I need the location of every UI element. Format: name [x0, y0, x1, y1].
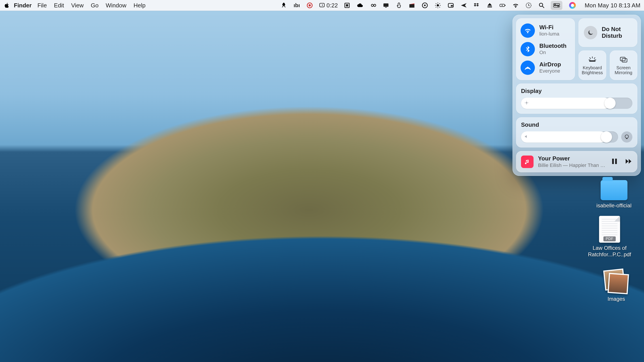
bluetooth-icon: [520, 42, 535, 56]
menu-help[interactable]: Help: [134, 2, 145, 9]
svg-rect-28: [554, 5, 560, 7]
display-icon[interactable]: [382, 1, 390, 9]
cloud-icon[interactable]: [356, 1, 364, 9]
speaker-icon: [524, 134, 529, 140]
svg-rect-36: [589, 60, 596, 62]
app-menus: File Edit View Go Window Help: [37, 2, 145, 9]
ibi-icon[interactable]: ıbı: [293, 1, 300, 9]
bluetooth-toggle[interactable]: Bluetooth On: [520, 41, 570, 57]
image-stack-icon: [604, 270, 628, 294]
screen-mirroring-icon: [619, 55, 628, 64]
desktop-folder-isabelle[interactable]: isabelle-official: [596, 180, 632, 209]
touch-icon[interactable]: [395, 1, 403, 9]
search-icon[interactable]: [538, 1, 546, 9]
folder-label: isabelle-official: [596, 202, 632, 209]
images-label: Images: [608, 296, 625, 302]
infinity-icon[interactable]: [369, 1, 377, 9]
control-center-panel: Wi-Fi lion-luma Bluetooth On AirDrop Eve…: [512, 15, 641, 176]
rocket-icon[interactable]: [280, 1, 288, 9]
pdf-label: Law Offices of Ratchfor...P.C..pdf: [585, 245, 634, 258]
svg-line-17: [436, 7, 436, 7]
timer-menu[interactable]: 0:22: [319, 2, 338, 9]
keyboard-brightness-icon: [588, 55, 597, 64]
pause-button[interactable]: [610, 157, 618, 166]
keyboard-brightness-label: Keyboard Brightness: [580, 65, 605, 75]
svg-rect-37: [620, 57, 625, 61]
sound-title: Sound: [521, 121, 632, 128]
clock-icon[interactable]: [525, 1, 532, 9]
desktop-images-stack[interactable]: Images: [604, 270, 628, 302]
wifi-icon[interactable]: [512, 1, 520, 9]
wifi-toggle[interactable]: Wi-Fi lion-luma: [520, 22, 570, 39]
svg-rect-38: [622, 58, 627, 62]
svg-point-29: [558, 6, 558, 7]
menu-view[interactable]: View: [71, 2, 84, 9]
display-slider[interactable]: [521, 98, 632, 109]
folder-icon: [600, 180, 628, 200]
pdf-icon: PDF: [599, 216, 620, 243]
airplay-audio-button[interactable]: [621, 131, 632, 143]
timer-value: 0:22: [326, 2, 338, 9]
now-playing-card[interactable]: Your Power Billie Eilish — Happier Than …: [516, 151, 637, 172]
svg-point-27: [554, 4, 556, 5]
sync-icon[interactable]: [306, 1, 314, 9]
svg-rect-26: [554, 3, 560, 5]
sound-card: Sound: [516, 117, 637, 147]
app-name[interactable]: Finder: [14, 2, 32, 9]
do-not-disturb-toggle[interactable]: Do Not Disturb: [578, 18, 637, 47]
airdrop-subtitle: Everyone: [539, 68, 561, 74]
desktop-pdf-file[interactable]: PDF Law Offices of Ratchfor...P.C..pdf: [585, 216, 634, 258]
pdf-tag: PDF: [604, 236, 616, 241]
sidecar-icon[interactable]: [343, 1, 351, 9]
svg-line-18: [439, 3, 440, 4]
connectivity-card: Wi-Fi lion-luma Bluetooth On AirDrop Eve…: [516, 18, 575, 80]
airdrop-toggle[interactable]: AirDrop Everyone: [520, 59, 570, 76]
siri-icon[interactable]: [569, 2, 576, 9]
song-subtitle: Billie Eilish — Happier Than Ever: [538, 162, 606, 168]
sound-slider[interactable]: [521, 131, 618, 143]
svg-rect-5: [383, 3, 388, 7]
menu-go[interactable]: Go: [91, 2, 98, 9]
record-icon[interactable]: [421, 1, 429, 9]
menu-window[interactable]: Window: [106, 2, 126, 9]
small-tiles: Keyboard Brightness Screen Mirroring: [578, 50, 637, 80]
svg-line-32: [590, 58, 590, 58]
control-center-toggle[interactable]: [551, 1, 562, 10]
eject-icon[interactable]: [486, 1, 494, 9]
svg-rect-6: [385, 7, 387, 8]
menu-edit[interactable]: Edit: [54, 2, 64, 9]
bluetooth-title: Bluetooth: [539, 43, 566, 49]
svg-point-1: [308, 4, 311, 6]
battery-icon[interactable]: [499, 1, 506, 9]
screen-mirroring-tile[interactable]: Screen Mirroring: [610, 50, 638, 80]
svg-point-10: [437, 4, 439, 6]
svg-point-44: [625, 135, 628, 138]
airdrop-icon: [520, 60, 535, 75]
brightness-icon[interactable]: [434, 1, 442, 9]
menubar: Finder File Edit View Go Window Help ıbı…: [0, 0, 644, 11]
svg-rect-22: [505, 5, 505, 6]
sun-icon: [524, 100, 529, 106]
display-card: Display: [516, 84, 637, 114]
clapper-icon[interactable]: [408, 1, 416, 9]
menubar-status-area: ıbı 0:22: [280, 1, 576, 10]
display-title: Display: [521, 88, 632, 94]
menubar-datetime[interactable]: Mon May 10 8:13 AM: [585, 2, 640, 9]
wifi-icon: [520, 23, 535, 38]
svg-line-33: [594, 58, 595, 58]
pip-icon[interactable]: [447, 1, 454, 9]
svg-point-39: [526, 102, 527, 103]
svg-line-16: [439, 7, 440, 7]
dropbox-icon[interactable]: [473, 1, 480, 9]
keyboard-brightness-tile[interactable]: Keyboard Brightness: [578, 50, 606, 80]
apple-menu[interactable]: [3, 2, 11, 8]
svg-rect-45: [612, 159, 614, 164]
send-icon[interactable]: [460, 1, 468, 9]
menu-file[interactable]: File: [37, 2, 47, 9]
dnd-label: Do Not Disturb: [602, 26, 632, 39]
svg-rect-7: [409, 4, 414, 7]
next-button[interactable]: [624, 157, 632, 166]
airdrop-title: AirDrop: [539, 61, 561, 67]
bluetooth-subtitle: On: [539, 50, 566, 55]
svg-rect-4: [346, 4, 348, 6]
